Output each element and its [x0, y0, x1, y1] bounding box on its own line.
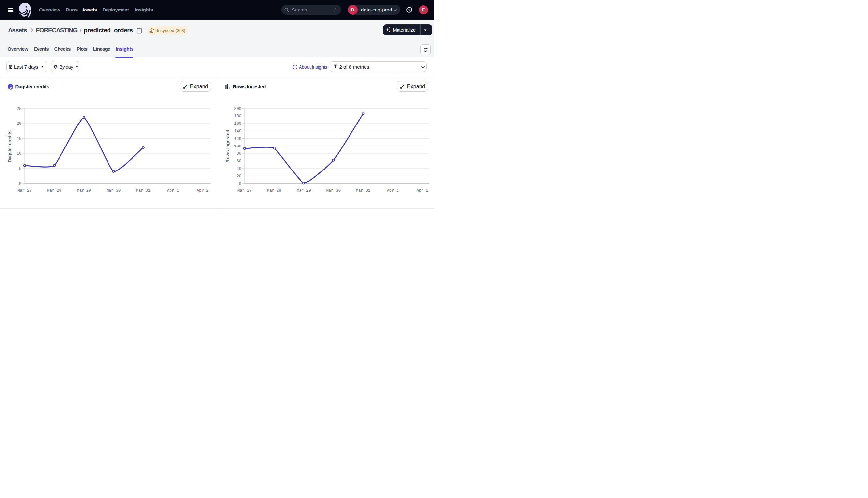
svg-text:Mar 31: Mar 31 — [136, 188, 150, 193]
svg-text:80: 80 — [237, 152, 241, 156]
svg-text:60: 60 — [237, 159, 241, 163]
svg-text:0: 0 — [239, 182, 241, 186]
svg-text:Mar 27: Mar 27 — [17, 188, 31, 193]
svg-text:100: 100 — [234, 144, 241, 149]
svg-text:180: 180 — [234, 114, 241, 119]
svg-text:Mar 28: Mar 28 — [267, 188, 281, 193]
svg-text:160: 160 — [234, 121, 241, 126]
svg-text:Mar 30: Mar 30 — [106, 188, 121, 193]
svg-text:120: 120 — [234, 137, 241, 141]
svg-text:Mar 29: Mar 29 — [77, 188, 91, 193]
svg-text:Mar 28: Mar 28 — [47, 188, 61, 193]
svg-text:Mar 30: Mar 30 — [327, 188, 341, 193]
svg-text:5: 5 — [19, 167, 21, 171]
svg-text:10: 10 — [17, 152, 21, 156]
svg-text:Apr 1: Apr 1 — [387, 188, 399, 193]
svg-text:Apr 2: Apr 2 — [196, 188, 208, 193]
svg-text:140: 140 — [234, 129, 241, 134]
svg-text:?: ? — [408, 8, 410, 12]
svg-text:200: 200 — [234, 107, 241, 112]
svg-text:Mar 27: Mar 27 — [238, 188, 252, 193]
svg-text:Apr 2: Apr 2 — [417, 188, 429, 193]
svg-text:40: 40 — [237, 167, 241, 171]
svg-text:Rows Ingested: Rows Ingested — [225, 130, 230, 162]
svg-text:20: 20 — [237, 174, 241, 179]
svg-text:20: 20 — [17, 121, 21, 126]
svg-text:Mar 31: Mar 31 — [356, 188, 370, 193]
svg-text:0: 0 — [19, 182, 21, 186]
svg-text:15: 15 — [17, 137, 21, 141]
svg-text:Apr 1: Apr 1 — [167, 188, 179, 193]
svg-text:25: 25 — [17, 107, 21, 112]
svg-text:Mar 29: Mar 29 — [296, 188, 311, 193]
svg-text:Dagster credits: Dagster credits — [7, 130, 12, 162]
